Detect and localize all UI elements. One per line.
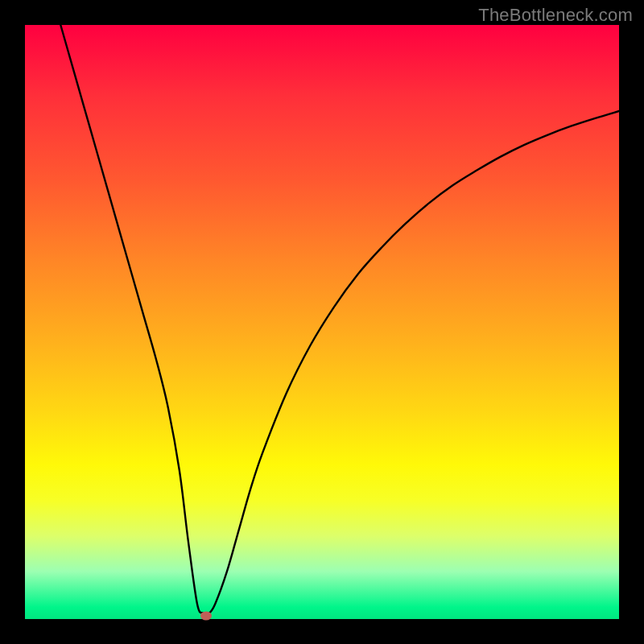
attribution-watermark: TheBottleneck.com: [478, 5, 633, 26]
minimum-marker: [200, 612, 212, 621]
bottleneck-curve: [25, 25, 619, 619]
chart-frame: TheBottleneck.com: [0, 0, 644, 644]
plot-area: [25, 25, 619, 619]
